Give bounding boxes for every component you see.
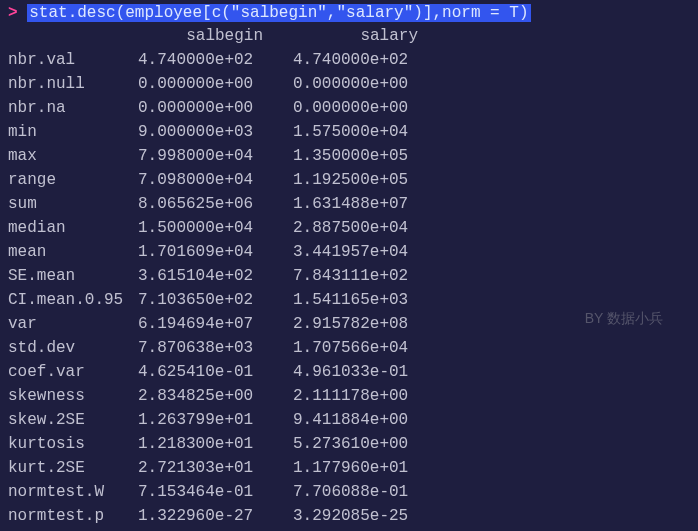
stat-value-salbegin: 4.625410e-01 <box>138 360 293 384</box>
stat-label: min <box>8 120 138 144</box>
table-row: max7.998000e+041.350000e+05 <box>8 144 448 168</box>
stat-label: var <box>8 312 138 336</box>
stat-value-salbegin: 1.322960e-27 <box>138 504 293 528</box>
table-row: sum8.065625e+061.631488e+07 <box>8 192 448 216</box>
table-row: kurtosis1.218300e+015.273610e+00 <box>8 432 448 456</box>
table-row: var6.194694e+072.915782e+08 <box>8 312 448 336</box>
stat-value-salbegin: 6.194694e+07 <box>138 312 293 336</box>
stat-value-salbegin: 7.870638e+03 <box>138 336 293 360</box>
table-row: nbr.null0.000000e+000.000000e+00 <box>8 72 448 96</box>
stat-label: median <box>8 216 138 240</box>
stat-value-salary: 7.706088e-01 <box>293 480 448 504</box>
stat-value-salbegin: 3.615104e+02 <box>138 264 293 288</box>
stat-label: nbr.null <box>8 72 138 96</box>
stat-label: CI.mean.0.95 <box>8 288 138 312</box>
stat-value-salary: 2.111178e+00 <box>293 384 448 408</box>
stat-label: kurt.2SE <box>8 456 138 480</box>
stat-label: SE.mean <box>8 264 138 288</box>
stat-label: std.dev <box>8 336 138 360</box>
table-row: range7.098000e+041.192500e+05 <box>8 168 448 192</box>
table-row: coef.var4.625410e-014.961033e-01 <box>8 360 448 384</box>
stat-value-salbegin: 0.000000e+00 <box>138 72 293 96</box>
stat-desc-output-table: salbegin salary nbr.val4.740000e+024.740… <box>8 24 448 528</box>
stat-value-salary: 1.707566e+04 <box>293 336 448 360</box>
stat-value-salary: 2.915782e+08 <box>293 312 448 336</box>
stat-value-salary: 5.273610e+00 <box>293 432 448 456</box>
table-row: median1.500000e+042.887500e+04 <box>8 216 448 240</box>
stat-value-salary: 9.411884e+00 <box>293 408 448 432</box>
table-row: std.dev7.870638e+031.707566e+04 <box>8 336 448 360</box>
table-row: min9.000000e+031.575000e+04 <box>8 120 448 144</box>
stat-value-salary: 1.541165e+03 <box>293 288 448 312</box>
table-row: CI.mean.0.957.103650e+021.541165e+03 <box>8 288 448 312</box>
stat-label: normtest.W <box>8 480 138 504</box>
header-salary: salary <box>293 24 448 48</box>
table-row: skewness2.834825e+002.111178e+00 <box>8 384 448 408</box>
stat-label: skew.2SE <box>8 408 138 432</box>
stat-value-salbegin: 2.834825e+00 <box>138 384 293 408</box>
stat-value-salary: 0.000000e+00 <box>293 96 448 120</box>
header-empty <box>8 24 138 48</box>
table-row: kurt.2SE2.721303e+011.177960e+01 <box>8 456 448 480</box>
stat-label: normtest.p <box>8 504 138 528</box>
table-row: normtest.W7.153464e-017.706088e-01 <box>8 480 448 504</box>
stat-value-salbegin: 1.701609e+04 <box>138 240 293 264</box>
stat-value-salbegin: 1.218300e+01 <box>138 432 293 456</box>
watermark-text: BY 数据小兵 <box>585 310 663 328</box>
stat-label: nbr.val <box>8 48 138 72</box>
stat-value-salary: 4.961033e-01 <box>293 360 448 384</box>
stat-value-salary: 7.843111e+02 <box>293 264 448 288</box>
stat-value-salbegin: 7.103650e+02 <box>138 288 293 312</box>
stat-value-salary: 1.177960e+01 <box>293 456 448 480</box>
stat-label: skewness <box>8 384 138 408</box>
stat-value-salary: 0.000000e+00 <box>293 72 448 96</box>
stat-value-salbegin: 0.000000e+00 <box>138 96 293 120</box>
stat-value-salary: 1.192500e+05 <box>293 168 448 192</box>
stat-value-salary: 4.740000e+02 <box>293 48 448 72</box>
table-row: nbr.val4.740000e+024.740000e+02 <box>8 48 448 72</box>
stat-label: range <box>8 168 138 192</box>
table-row: SE.mean3.615104e+027.843111e+02 <box>8 264 448 288</box>
stat-value-salbegin: 2.721303e+01 <box>138 456 293 480</box>
stat-value-salary: 3.292085e-25 <box>293 504 448 528</box>
r-console-prompt-line[interactable]: > stat.desc(employee[c("salbegin","salar… <box>8 4 690 22</box>
stat-value-salbegin: 4.740000e+02 <box>138 48 293 72</box>
stat-value-salbegin: 7.153464e-01 <box>138 480 293 504</box>
stat-value-salbegin: 1.263799e+01 <box>138 408 293 432</box>
table-row: nbr.na0.000000e+000.000000e+00 <box>8 96 448 120</box>
stat-label: max <box>8 144 138 168</box>
stat-label: coef.var <box>8 360 138 384</box>
table-row: skew.2SE1.263799e+019.411884e+00 <box>8 408 448 432</box>
stat-value-salary: 2.887500e+04 <box>293 216 448 240</box>
stat-value-salbegin: 9.000000e+03 <box>138 120 293 144</box>
header-salbegin: salbegin <box>138 24 293 48</box>
table-row: normtest.p1.322960e-273.292085e-25 <box>8 504 448 528</box>
stat-value-salary: 3.441957e+04 <box>293 240 448 264</box>
stat-value-salbegin: 8.065625e+06 <box>138 192 293 216</box>
stat-value-salary: 1.631488e+07 <box>293 192 448 216</box>
stat-value-salbegin: 7.098000e+04 <box>138 168 293 192</box>
stat-value-salary: 1.575000e+04 <box>293 120 448 144</box>
stat-label: kurtosis <box>8 432 138 456</box>
table-header-row: salbegin salary <box>8 24 448 48</box>
stat-label: mean <box>8 240 138 264</box>
stat-value-salary: 1.350000e+05 <box>293 144 448 168</box>
table-row: mean1.701609e+043.441957e+04 <box>8 240 448 264</box>
stat-value-salbegin: 1.500000e+04 <box>138 216 293 240</box>
stat-value-salbegin: 7.998000e+04 <box>138 144 293 168</box>
stat-label: sum <box>8 192 138 216</box>
prompt-symbol: > <box>8 4 18 22</box>
command-input-text[interactable]: stat.desc(employee[c("salbegin","salary"… <box>27 4 530 22</box>
stat-label: nbr.na <box>8 96 138 120</box>
